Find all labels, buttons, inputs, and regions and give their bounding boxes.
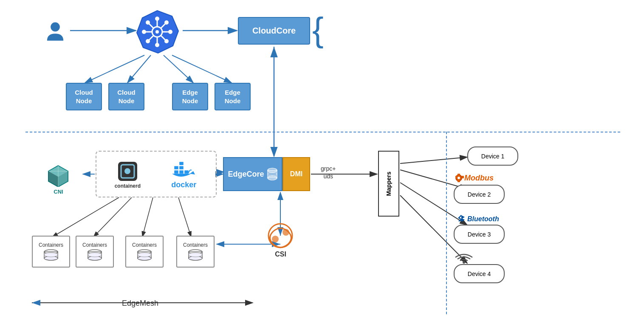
svg-rect-87 — [458, 174, 460, 176]
svg-line-8 — [127, 55, 151, 83]
svg-line-21 — [142, 197, 153, 237]
svg-line-19 — [52, 197, 119, 237]
svg-line-13 — [400, 157, 467, 163]
architecture-diagram: CloudCore { CloudNode CloudNode EdgeNode… — [0, 0, 644, 324]
svg-point-84 — [282, 229, 289, 236]
kubernetes-logo — [134, 8, 181, 55]
svg-rect-58 — [179, 166, 184, 169]
cloud-node-2: CloudNode — [108, 83, 144, 110]
modbus-logo: Modbus — [454, 172, 500, 186]
svg-point-46 — [146, 39, 150, 43]
container-box-1: Containers — [32, 236, 70, 268]
container-box-4: Containers — [176, 236, 215, 268]
svg-line-22 — [178, 197, 191, 237]
csi-area: CSI — [265, 223, 297, 258]
svg-text:Bluetooth: Bluetooth — [467, 215, 499, 223]
svg-point-50 — [268, 172, 277, 176]
svg-point-81 — [189, 253, 202, 257]
containerd-logo: containerd — [115, 160, 141, 189]
svg-text:Modbus: Modbus — [464, 174, 494, 182]
cni-area: CNI — [47, 163, 70, 195]
svg-point-45 — [164, 20, 169, 25]
svg-point-40 — [155, 43, 159, 47]
device-1-box: Device 1 — [467, 147, 518, 166]
svg-point-69 — [44, 253, 58, 257]
svg-rect-59 — [179, 162, 184, 165]
device-2-box: Device 2 — [454, 185, 505, 204]
svg-point-53 — [124, 168, 130, 174]
curly-brace: { — [312, 13, 324, 47]
edge-device-divider — [446, 132, 447, 314]
svg-rect-90 — [462, 176, 464, 178]
container-box-2: Containers — [76, 236, 114, 268]
bluetooth-icon: Bluetooth — [454, 214, 500, 225]
svg-rect-88 — [458, 180, 460, 182]
svg-point-83 — [272, 236, 279, 242]
cloud-node-1: CloudNode — [66, 83, 102, 110]
svg-point-93 — [463, 261, 465, 264]
edge-node-2: EdgeNode — [215, 83, 251, 110]
svg-point-44 — [164, 39, 169, 43]
dmi-box: DMI — [282, 157, 310, 191]
docker-logo: docker — [170, 159, 198, 189]
cloud-edge-divider — [25, 132, 620, 132]
svg-point-43 — [146, 20, 150, 25]
svg-rect-57 — [174, 166, 178, 169]
device-4-box: Device 4 — [454, 264, 505, 283]
svg-line-9 — [164, 55, 193, 83]
edge-node-1: EdgeNode — [172, 83, 208, 110]
svg-point-41 — [142, 30, 146, 34]
cloudcore-box: CloudCore — [238, 17, 310, 45]
edgecore-box: EdgeCore — [223, 157, 282, 191]
svg-rect-55 — [179, 170, 184, 174]
svg-point-30 — [155, 30, 159, 34]
svg-point-27 — [51, 23, 60, 32]
svg-rect-89 — [455, 176, 458, 178]
mappers-box: Mappers — [378, 151, 399, 217]
device-2-area: Modbus Device 2 — [454, 180, 505, 199]
wifi-icon — [454, 251, 474, 266]
edgemesh-area: EdgeMesh — [25, 297, 255, 308]
grpc-label: grpc+ uds — [321, 165, 336, 180]
user-icon — [42, 21, 68, 44]
svg-rect-54 — [174, 170, 178, 174]
svg-point-39 — [155, 17, 159, 21]
svg-point-73 — [88, 253, 102, 257]
container-runtime-box: containerd — [96, 151, 217, 197]
svg-point-86 — [458, 177, 460, 179]
container-box-3: Containers — [125, 236, 164, 268]
svg-line-20 — [93, 197, 132, 237]
svg-line-7 — [85, 55, 144, 83]
svg-point-42 — [168, 30, 172, 34]
svg-line-10 — [172, 55, 232, 83]
device-3-box: Device 3 — [454, 225, 505, 244]
svg-point-77 — [138, 253, 151, 257]
device-4-area: Device 4 — [454, 258, 505, 277]
device-3-area: Bluetooth Device 3 — [454, 218, 505, 237]
